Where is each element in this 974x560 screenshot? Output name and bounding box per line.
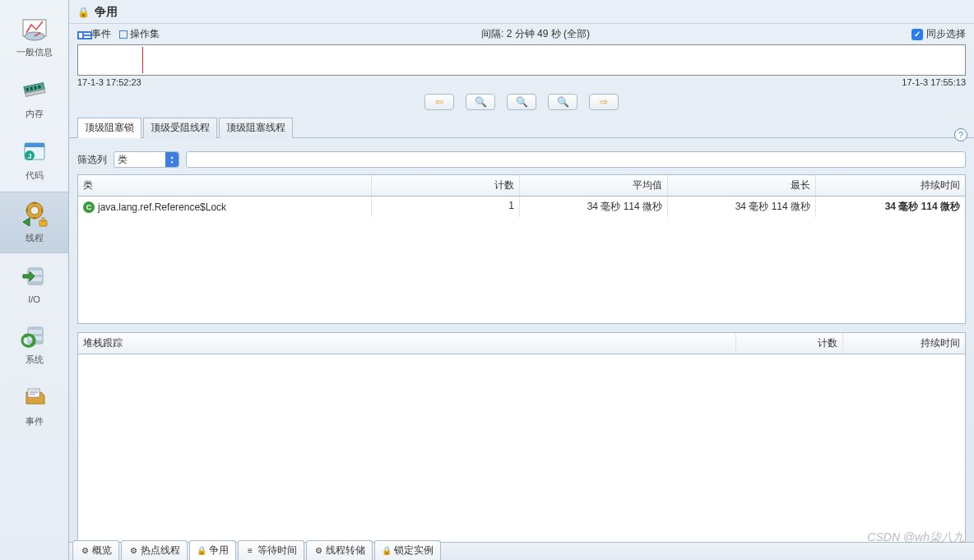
- page-title: 争用: [95, 5, 118, 20]
- watermark: CSDN @wh柒八九: [867, 530, 964, 545]
- col-duration[interactable]: 持续时间: [816, 175, 965, 196]
- zoom-out-icon: 🔍: [475, 96, 487, 108]
- sidebar: 一般信息 内存 J 代码 线程 I/O: [0, 0, 69, 560]
- timeline-end: 17-1-3 17:55:13: [902, 77, 966, 87]
- tab-lock-instances[interactable]: 🔒锁定实例: [374, 540, 441, 560]
- events-toggle[interactable]: 事件: [77, 27, 111, 41]
- tab-contention[interactable]: 🔒争用: [189, 540, 236, 560]
- zoom-in-icon: 🔍: [557, 96, 569, 108]
- memory-icon: [18, 75, 51, 104]
- cell-count: 1: [372, 197, 520, 217]
- svg-point-14: [30, 206, 39, 215]
- sidebar-item-io[interactable]: I/O: [0, 255, 68, 312]
- thread-dumps-icon: ⚙: [313, 546, 323, 556]
- tab-thread-dumps[interactable]: ⚙线程转储: [306, 540, 373, 560]
- svg-rect-27: [30, 391, 38, 391]
- sidebar-label: 内存: [26, 108, 44, 120]
- tab-hot-threads[interactable]: ⚙热点线程: [121, 540, 188, 560]
- sidebar-item-events[interactable]: 事件: [0, 376, 68, 436]
- col-count[interactable]: 计数: [372, 175, 520, 196]
- sidebar-item-system[interactable]: 系统: [0, 314, 68, 374]
- sidebar-item-memory[interactable]: 内存: [0, 68, 68, 128]
- gauge-icon: [18, 13, 51, 43]
- bottom-tabs: ⚙概览 ⚙热点线程 🔒争用 ≡等待时间 ⚙线程转储 🔒锁定实例: [69, 542, 974, 560]
- svg-rect-29: [30, 394, 35, 395]
- svg-rect-32: [84, 33, 90, 35]
- opsets-label: 操作集: [130, 27, 160, 41]
- subtab-top-blocking-threads[interactable]: 顶级阻塞线程: [219, 118, 293, 138]
- sync-checkbox[interactable]: ✓: [911, 29, 923, 40]
- svg-rect-31: [79, 33, 82, 38]
- col-class[interactable]: 类: [78, 175, 372, 196]
- io-icon: [18, 261, 51, 291]
- code-icon: J: [18, 137, 51, 166]
- svg-rect-20: [28, 281, 43, 284]
- col-stack-count[interactable]: 计数: [736, 333, 843, 354]
- tab-latencies[interactable]: ≡等待时间: [238, 540, 304, 560]
- table-row[interactable]: C java.lang.ref.Reference$Lock 1 34 毫秒 1…: [78, 197, 965, 217]
- system-icon: [18, 321, 51, 350]
- timeline-start: 17-1-3 17:52:23: [77, 77, 141, 87]
- cell-class: java.lang.ref.Reference$Lock: [98, 201, 226, 213]
- square-icon: [119, 30, 128, 39]
- tab-overview[interactable]: ⚙概览: [72, 540, 119, 560]
- sidebar-label: 代码: [26, 169, 44, 182]
- timeline[interactable]: [77, 44, 966, 76]
- filter-column-select[interactable]: 类: [114, 151, 179, 168]
- events-icon: [18, 382, 51, 412]
- col-stack-duration[interactable]: 持续时间: [843, 333, 965, 354]
- zoom-reset-button[interactable]: 🔍: [507, 94, 536, 110]
- nav-forward-button[interactable]: ⇨: [589, 94, 619, 110]
- sidebar-label: 一般信息: [16, 46, 53, 58]
- filter-label: 筛选列: [77, 153, 107, 167]
- zoom-out-button[interactable]: 🔍: [466, 94, 495, 110]
- latencies-icon: ≡: [245, 546, 255, 556]
- locks-table: 类 计数 平均值 最长 持续时间 C java.lang.ref.Referen…: [77, 174, 966, 324]
- filter-selected-value: 类: [118, 153, 128, 167]
- sidebar-label: I/O: [28, 294, 40, 304]
- cell-avg: 34 毫秒 114 微秒: [520, 197, 668, 217]
- overview-icon: ⚙: [80, 546, 90, 556]
- filter-text-input[interactable]: [186, 151, 966, 168]
- svg-rect-18: [28, 268, 43, 271]
- col-avg[interactable]: 平均值: [520, 175, 668, 196]
- events-label: 事件: [91, 27, 111, 41]
- subtab-top-blocked-threads[interactable]: 顶级受阻线程: [143, 118, 217, 138]
- hot-threads-icon: ⚙: [128, 546, 138, 556]
- threads-icon: [18, 199, 51, 229]
- timeline-marker: [142, 47, 143, 73]
- nav-back-button[interactable]: ⇦: [424, 94, 454, 110]
- sync-label: 同步选择: [926, 27, 966, 41]
- help-button[interactable]: ?: [954, 128, 967, 141]
- svg-rect-10: [25, 143, 44, 147]
- lock-icon: 🔒: [77, 7, 90, 18]
- class-icon: C: [83, 201, 95, 213]
- zoom-reset-icon: 🔍: [516, 96, 528, 108]
- lock-instances-icon: 🔒: [382, 546, 392, 556]
- chevron-updown-icon: [165, 152, 179, 167]
- subtab-top-blocking-locks[interactable]: 顶级阻塞锁: [77, 118, 141, 138]
- col-max[interactable]: 最长: [668, 175, 816, 196]
- contention-icon: 🔒: [197, 546, 206, 556]
- cell-duration: 34 毫秒 114 微秒: [816, 197, 965, 217]
- svg-rect-22: [28, 327, 43, 330]
- events-icon: [77, 30, 89, 39]
- main-panel: 🔒 争用 事件 操作集 间隔: 2 分钟 49 秒 (全部) ✓ 同步选择: [69, 0, 974, 560]
- interval-text: 间隔: 2 分钟 49 秒 (全部): [168, 27, 903, 41]
- sidebar-label: 系统: [26, 354, 44, 366]
- sidebar-label: 事件: [26, 415, 44, 428]
- arrow-right-icon: ⇨: [600, 96, 608, 108]
- sidebar-label: 线程: [26, 232, 44, 244]
- sidebar-item-threads[interactable]: 线程: [0, 192, 68, 253]
- opsets-toggle[interactable]: 操作集: [119, 27, 160, 41]
- zoom-in-button[interactable]: 🔍: [548, 94, 577, 110]
- sidebar-item-general[interactable]: 一般信息: [0, 7, 68, 67]
- svg-rect-33: [84, 36, 90, 38]
- sidebar-item-code[interactable]: J 代码: [0, 130, 68, 190]
- arrow-left-icon: ⇦: [435, 96, 443, 108]
- svg-rect-28: [30, 392, 38, 393]
- page-header: 🔒 争用: [69, 0, 974, 24]
- col-stacktrace[interactable]: 堆栈跟踪: [78, 333, 736, 354]
- stack-table: 堆栈跟踪 计数 持续时间: [77, 332, 966, 557]
- cell-max: 34 毫秒 114 微秒: [668, 197, 816, 217]
